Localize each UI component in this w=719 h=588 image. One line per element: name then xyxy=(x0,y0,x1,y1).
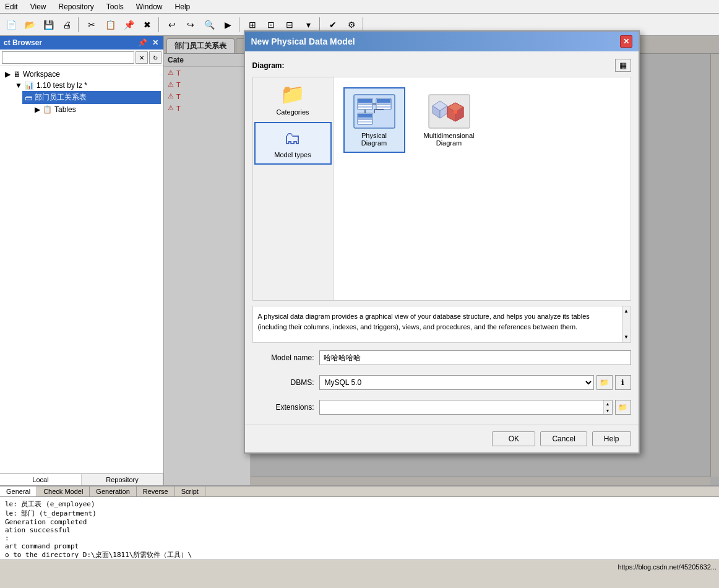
sidebar-search-clear[interactable]: ✕ xyxy=(136,51,148,64)
sidebar-search-input[interactable] xyxy=(2,51,134,64)
workspace-label: Workspace xyxy=(23,70,60,79)
extensions-row: Extensions: ▲ ▼ 📁 xyxy=(252,400,631,415)
output-line-2: o to the directory D:\桌面\1811\所需软件（工具）\ xyxy=(5,550,714,558)
output-line-p3: Generation completed xyxy=(5,518,714,526)
sidebar-search-go[interactable]: ↻ xyxy=(149,51,161,64)
sep5 xyxy=(363,17,365,32)
output-tab-reverse[interactable]: Reverse xyxy=(137,486,175,496)
extensions-controls: ▲ ▼ 📁 xyxy=(319,400,631,415)
output-tab-general[interactable]: General xyxy=(0,486,37,496)
tables-icon: 📋 xyxy=(43,105,52,114)
output-tab-check[interactable]: Check Model xyxy=(37,486,90,496)
svg-rect-11 xyxy=(358,118,372,120)
desc-scroll-down[interactable]: ▼ xyxy=(624,334,629,341)
ext-up-icon: ▲ xyxy=(606,402,610,406)
extensions-label: Extensions: xyxy=(252,403,314,412)
project-icon: 📊 xyxy=(25,81,34,90)
categories-folder-icon: 📁 xyxy=(280,82,305,106)
diagram-header-row: Diagram: ▦ xyxy=(252,59,631,72)
grid-view-btn[interactable]: ▦ xyxy=(615,59,631,72)
cancel-button[interactable]: Cancel xyxy=(540,431,587,446)
dbms-controls: MySQL 5.0 MySQL 8.0 Oracle 12c SQL Serve… xyxy=(319,375,631,390)
extensions-input[interactable] xyxy=(320,403,612,412)
cut-btn[interactable]: ✂ xyxy=(83,16,100,33)
sidebar-tab-local[interactable]: Local xyxy=(0,474,82,485)
output-tab-script[interactable]: Script xyxy=(175,486,205,496)
tree-indent-1: ▼ 📊 1.10 test by lz * 🗃 部门员工关系表 ▶ 📋 Tabl… xyxy=(2,80,161,115)
statusbar-right: https://blog.csdn.net/45205632... xyxy=(618,563,717,571)
tree-model[interactable]: 🗃 部门员工关系表 xyxy=(22,91,161,104)
desc-scroll-up[interactable]: ▲ xyxy=(624,308,629,315)
output-tabs: General Check Model Generation Reverse S… xyxy=(0,486,719,497)
ok-button[interactable]: OK xyxy=(492,431,535,446)
physical-diagram-label: Physical Diagram xyxy=(350,132,399,147)
extensions-browse-btn[interactable]: 📁 xyxy=(615,400,631,415)
redo-btn[interactable]: ↪ xyxy=(182,16,199,33)
output-line-p4: ation successful xyxy=(5,526,714,534)
sep2 xyxy=(158,17,161,32)
physical-diagram-item[interactable]: Physical Diagram xyxy=(343,87,405,153)
model-icon: 🗃 xyxy=(25,93,32,102)
sidebar-tab-repository[interactable]: Repository xyxy=(82,474,163,485)
sidebar-close-btn[interactable]: ✕ xyxy=(151,38,160,47)
extensions-scroll[interactable]: ▲ ▼ xyxy=(603,400,612,414)
model-name-input[interactable] xyxy=(319,350,631,365)
print-btn[interactable]: 🖨 xyxy=(58,16,75,33)
modal-close-btn[interactable]: ✕ xyxy=(620,35,632,48)
find-btn[interactable]: 🔍 xyxy=(200,16,218,33)
sep3 xyxy=(239,17,241,32)
modal-title: New Physical Data Model xyxy=(251,37,355,46)
model-name-row: Model name: xyxy=(252,350,631,365)
undo-btn[interactable]: ↩ xyxy=(163,16,181,33)
dbms-browse-btn[interactable]: 📁 xyxy=(596,375,613,390)
menubar: Edit View Repository Tools Window Help xyxy=(0,0,719,14)
workspace-icon: 🖥 xyxy=(13,70,20,79)
new-btn[interactable]: 📄 xyxy=(2,16,20,33)
dbms-info-btn[interactable]: ℹ xyxy=(615,375,631,390)
diagram-selector: 📁 Categories 🗂 Model types xyxy=(252,77,631,301)
output-tab-generation[interactable]: Generation xyxy=(90,486,136,496)
output-content: le: 员工表 (e_employee) le: 部门 (t_departmen… xyxy=(0,497,719,558)
sep1 xyxy=(78,17,80,32)
modal-titlebar: New Physical Data Model ✕ xyxy=(245,32,639,51)
svg-rect-6 xyxy=(377,99,390,103)
sidebar-pin-btn[interactable]: 📌 xyxy=(137,38,149,47)
description-box: A physical data diagram provides a graph… xyxy=(252,306,631,343)
categories-item[interactable]: 📁 Categories xyxy=(253,77,333,121)
model-label: 部门员工关系表 xyxy=(35,92,87,103)
model-types-item[interactable]: 🗂 Model types xyxy=(254,122,332,165)
dbms-select[interactable]: MySQL 5.0 MySQL 8.0 Oracle 12c SQL Serve… xyxy=(319,375,594,390)
svg-rect-8 xyxy=(377,106,390,108)
tree-tables[interactable]: ▶ 📋 Tables xyxy=(32,104,161,115)
output-panel: General Check Model Generation Reverse S… xyxy=(0,485,719,560)
paste-btn[interactable]: 📌 xyxy=(120,16,137,33)
tree-workspace[interactable]: ▶ 🖥 Workspace xyxy=(2,69,161,80)
multidimensional-diagram-item[interactable]: Multidimensional Diagram xyxy=(415,87,483,153)
copy-btn[interactable]: 📋 xyxy=(101,16,119,33)
help-button[interactable]: Help xyxy=(592,431,631,446)
menu-repository[interactable]: Repository xyxy=(56,1,96,12)
menu-help[interactable]: Help xyxy=(173,1,193,12)
delete-btn[interactable]: ✖ xyxy=(139,16,156,33)
menu-edit[interactable]: Edit xyxy=(2,1,20,12)
project-expand-icon: ▼ xyxy=(15,81,22,90)
diagram-items-area: Physical Diagram xyxy=(334,77,631,300)
menu-tools[interactable]: Tools xyxy=(104,1,126,12)
tree-project[interactable]: ▼ 📊 1.10 test by lz * xyxy=(12,80,161,91)
output-line-p2: le: 部门 (t_department) xyxy=(5,509,714,518)
menu-view[interactable]: View xyxy=(28,1,49,12)
svg-rect-10 xyxy=(358,114,372,118)
sidebar: ct Browser 📌 ✕ ✕ ↻ ▶ 🖥 Workspace ▼ 📊 1.1… xyxy=(0,36,164,485)
modal-overlay: New Physical Data Model ✕ Diagram: ▦ xyxy=(164,36,719,485)
open-btn[interactable]: 📂 xyxy=(21,16,38,33)
ext-down-icon: ▼ xyxy=(606,409,610,413)
save-btn[interactable]: 💾 xyxy=(40,16,57,33)
output-line-p1: le: 员工表 (e_employee) xyxy=(5,499,714,509)
tables-label: Tables xyxy=(54,105,76,114)
desc-scrollbar[interactable]: ▲ ▼ xyxy=(622,306,631,342)
run-btn[interactable]: ▶ xyxy=(219,16,236,33)
menu-window[interactable]: Window xyxy=(134,1,165,12)
model-types-icon: 🗂 xyxy=(284,128,301,149)
diagram-label: Diagram: xyxy=(252,61,285,70)
description-text: A physical data diagram provides a graph… xyxy=(258,313,590,331)
